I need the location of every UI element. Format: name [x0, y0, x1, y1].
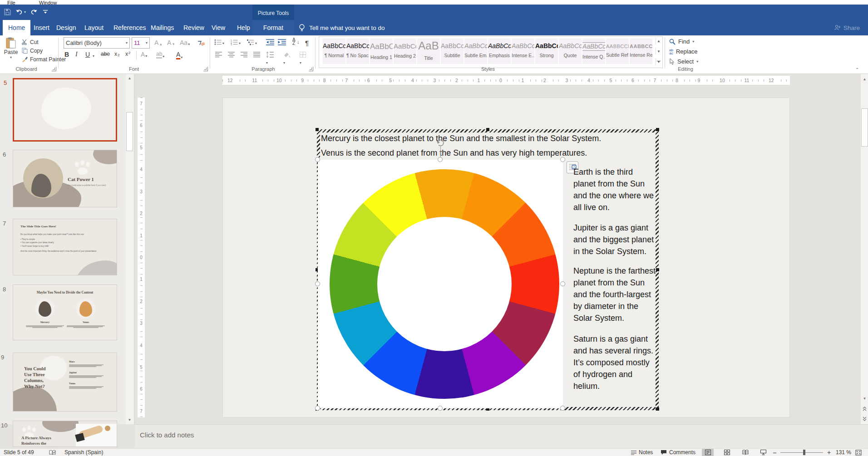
multilevel-list-button[interactable] — [247, 39, 254, 45]
picture-handle-bottom-center[interactable] — [438, 406, 443, 411]
picture-handle-top-center[interactable] — [438, 157, 443, 162]
style-emphasis[interactable]: AaBbCcDcEmphasis — [488, 39, 511, 64]
change-case-button[interactable]: Aa▾ — [180, 39, 190, 46]
notes-toggle[interactable]: Notes — [631, 449, 653, 456]
tab-review[interactable]: Review — [178, 20, 210, 35]
zoom-out-button[interactable]: − — [773, 449, 777, 456]
paragraph-earth[interactable]: Earth is the third planet from the Sun a… — [573, 166, 656, 213]
rotate-handle[interactable] — [435, 138, 445, 148]
tab-help[interactable]: Help — [232, 20, 256, 35]
line-spacing-button[interactable]: ▾ — [266, 52, 274, 66]
align-right-button[interactable] — [241, 52, 247, 58]
scrollbar-thumb[interactable] — [126, 112, 133, 151]
undo-dropdown[interactable]: ▾ — [23, 7, 27, 16]
picture-handle-mid-left[interactable] — [315, 281, 320, 286]
frame-handle-top-right[interactable] — [656, 128, 659, 131]
language-indicator[interactable]: Spanish (Spain) — [64, 449, 103, 456]
paste-button[interactable]: Paste ▾ — [3, 37, 19, 65]
align-left-button[interactable] — [215, 52, 222, 58]
style-intense-quote[interactable]: AaBbCcDcIntense Q... — [582, 39, 605, 64]
doc-scroll-up-arrow[interactable]: ▲ — [861, 75, 868, 83]
highlight-color-button[interactable]: ab▾ — [156, 51, 164, 59]
share-button[interactable]: Share — [834, 20, 860, 35]
vertical-ruler[interactable]: 765432101234567 — [138, 98, 145, 417]
previous-slide-button[interactable] — [861, 404, 868, 413]
numbering-button[interactable]: 123 — [231, 39, 238, 45]
thumbnail-slide-6[interactable]: Cat Power 1 You could enter a subtitle h… — [13, 150, 117, 207]
format-painter-button[interactable]: Format Painter — [22, 55, 66, 63]
decrease-indent-button[interactable] — [266, 39, 274, 45]
normal-view-button[interactable] — [702, 449, 714, 456]
shading-button[interactable]: ▾ — [283, 52, 290, 66]
justify-button[interactable] — [253, 52, 260, 58]
save-icon[interactable] — [3, 7, 12, 16]
picture-handle-bottom-left[interactable] — [315, 406, 320, 411]
fit-to-window-button[interactable] — [855, 449, 862, 456]
tab-view[interactable]: View — [206, 20, 231, 35]
bullets-carat[interactable]: ▾ — [222, 41, 224, 45]
zoom-slider-track[interactable] — [780, 452, 823, 453]
underline-button[interactable]: U — [85, 51, 90, 58]
slideshow-view-button[interactable] — [757, 449, 769, 456]
show-marks-button[interactable]: ¶ — [305, 39, 309, 47]
spellcheck-icon[interactable] — [49, 449, 56, 456]
borders-button[interactable]: ▾ — [300, 52, 306, 66]
thumbnail-slide-9[interactable]: You Could Use Three Columns, Why Not? Ma… — [13, 353, 117, 412]
align-center-button[interactable] — [228, 52, 235, 58]
doc-scroll-down-arrow[interactable]: ▼ — [861, 394, 868, 403]
paragraph-saturn[interactable]: Saturn is a gas giant and has several ri… — [573, 333, 656, 392]
text-effects-button[interactable]: A▾ — [141, 51, 147, 58]
paragraph-mercury[interactable]: Mercury is the closest planet to the Sun… — [321, 132, 657, 144]
slide-indicator[interactable]: Slide 5 of 49 — [4, 449, 34, 456]
reading-view-button[interactable] — [740, 449, 751, 456]
tab-design[interactable]: Design — [51, 20, 82, 35]
frame-handle-top-center[interactable] — [486, 128, 489, 131]
style-intense-emphasis[interactable]: AaBbCcDcIntense E... — [512, 39, 534, 64]
paragraph-jupiter[interactable]: Jupiter is a gas giant and the biggest p… — [573, 222, 656, 257]
numbering-carat[interactable]: ▾ — [239, 41, 241, 45]
styles-more-button[interactable]: ▼ — [656, 59, 661, 65]
style-heading1[interactable]: AaBbCcHeading 1 — [370, 39, 393, 64]
frame-handle-top-left[interactable] — [316, 128, 319, 131]
replace-button[interactable]: abac Replace — [669, 48, 698, 55]
scroll-down-arrow[interactable]: ▼ — [126, 416, 133, 424]
copy-button[interactable]: Copy — [22, 47, 43, 54]
scroll-up-arrow[interactable]: ▲ — [126, 74, 133, 83]
frame-handle-bottom-right[interactable] — [656, 407, 659, 411]
paragraph-dialog-launcher[interactable] — [309, 67, 313, 71]
style-subtle-emphasis[interactable]: AaBbCcDcSubtle Em... — [464, 39, 487, 64]
styles-scroll-down[interactable]: ▼ — [656, 48, 661, 55]
clipboard-dialog-launcher[interactable] — [52, 67, 56, 71]
color-wheel-picture[interactable] — [318, 160, 563, 408]
customize-qat-button[interactable] — [41, 7, 50, 16]
paragraph-neptune[interactable]: Neptune is the farthest planet from the … — [573, 265, 656, 324]
menu-window[interactable]: Window — [39, 0, 57, 5]
select-button[interactable]: Select▾ — [669, 58, 698, 65]
slide-sorter-view-button[interactable] — [721, 449, 733, 456]
cut-button[interactable]: Cut — [22, 38, 39, 46]
tab-mailings[interactable]: Mailings — [145, 20, 179, 35]
doc-scrollbar-thumb[interactable] — [861, 108, 868, 147]
font-name-combo[interactable]: Calibri (Body) ▾ — [64, 37, 130, 49]
style-no-spacing[interactable]: AaBbCcDc¶ No Spac... — [346, 39, 369, 64]
style-quote[interactable]: AaBbCcDcQuote — [559, 39, 582, 64]
tab-home[interactable]: Home — [3, 20, 30, 35]
menu-file[interactable]: File — [7, 0, 15, 5]
superscript-button[interactable]: x2 — [125, 51, 130, 57]
shrink-font-button[interactable]: A▼ — [167, 39, 175, 46]
style-subtle-reference[interactable]: AABBCCDDSubtle Ref... — [606, 39, 629, 64]
collapse-ribbon-button[interactable]: ⌃ — [855, 67, 859, 72]
thumbnail-scrollbar[interactable]: ▲ ▼ — [126, 74, 133, 424]
style-normal[interactable]: AaBbCcDc¶ Normal — [323, 39, 345, 64]
document-scrollbar[interactable]: ▲ ▼ — [860, 74, 868, 424]
style-strong[interactable]: AaBbCcDcStrong — [535, 39, 558, 64]
picture-handle-top-left[interactable] — [315, 157, 320, 162]
notes-pane[interactable]: Click to add notes — [135, 424, 868, 448]
underline-carat[interactable]: ▾ — [93, 54, 94, 58]
horizontal-ruler[interactable]: 1211109876543210123456789101112 — [222, 76, 790, 85]
frame-handle-mid-right[interactable] — [656, 268, 659, 271]
thumbnail-slide-8[interactable]: Maybe You Need to Divide the Content Mer… — [13, 284, 117, 340]
style-subtitle[interactable]: AaBbCcDSubtitle — [441, 39, 464, 64]
italic-button[interactable]: I — [75, 51, 78, 58]
tell-me-box[interactable]: Tell me what you want to do — [299, 20, 385, 35]
